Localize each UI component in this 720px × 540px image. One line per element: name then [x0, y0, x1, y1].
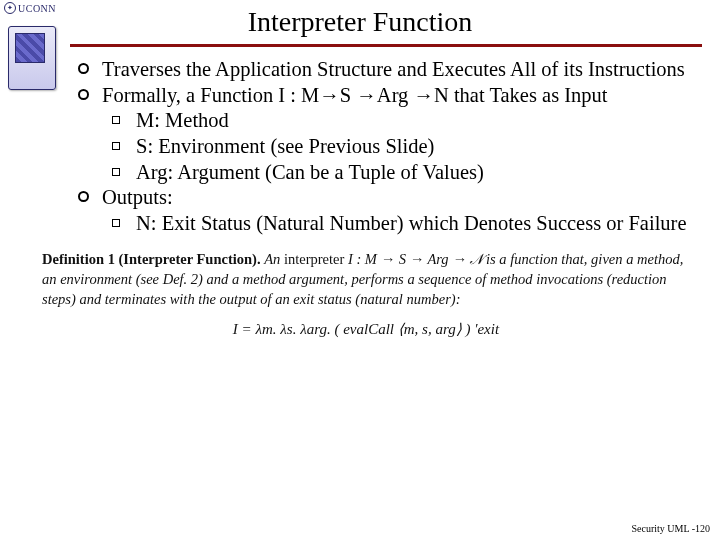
definition-lead-kw: interpreter: [284, 251, 344, 267]
definition-equation: I = λm. λs. λarg. ( evalCall ⟨m, s, arg⟩…: [42, 319, 690, 339]
title-rule: [70, 44, 702, 47]
brand-bar: ✦ UCONN: [4, 2, 56, 14]
dept-logo: [8, 26, 56, 90]
bullet-2: Formally, a Function I : M→S →Arg →N tha…: [78, 83, 692, 109]
bullet-1: Traverses the Application Structure and …: [78, 57, 692, 83]
brand-name: UCONN: [18, 3, 56, 14]
circle-bullet-icon: [78, 83, 102, 109]
page-title: Interpreter Function: [0, 0, 720, 38]
bullet-1-text: Traverses the Application Structure and …: [102, 57, 692, 83]
definition-signature: I : M → S → Arg → 𝒩: [348, 251, 482, 267]
square-bullet-icon: [112, 108, 136, 134]
bullet-3a-text: N: Exit Status (Natural Number) which De…: [136, 211, 692, 237]
bullet-2c: Arg: Argument (Can be a Tuple of Values): [112, 160, 692, 186]
bullet-3a: N: Exit Status (Natural Number) which De…: [112, 211, 692, 237]
bullet-2c-text: Arg: Argument (Can be a Tuple of Values): [136, 160, 692, 186]
definition-block: Definition 1 (Interpreter Function). An …: [42, 250, 690, 339]
square-bullet-icon: [112, 211, 136, 237]
definition-lead: Definition 1 (Interpreter Function). An …: [42, 251, 486, 267]
circle-bullet-icon: [78, 57, 102, 83]
bullet-2b-text: S: Environment (see Previous Slide): [136, 134, 692, 160]
bullet-3: Outputs:: [78, 185, 692, 211]
husky-icon: ✦: [4, 2, 16, 14]
definition-lead-pre: An: [264, 251, 280, 267]
bullet-2a: M: Method: [112, 108, 692, 134]
square-bullet-icon: [112, 134, 136, 160]
bullet-3-text: Outputs:: [102, 185, 692, 211]
bullet-2-text: Formally, a Function I : M→S →Arg →N tha…: [102, 83, 692, 109]
definition-label: Definition 1 (Interpreter Function).: [42, 251, 261, 267]
bullet-2b: S: Environment (see Previous Slide): [112, 134, 692, 160]
body-content: Traverses the Application Structure and …: [78, 57, 692, 236]
bullet-2a-text: M: Method: [136, 108, 692, 134]
circle-bullet-icon: [78, 185, 102, 211]
slide-footer: Security UML -120: [631, 523, 710, 534]
square-bullet-icon: [112, 160, 136, 186]
